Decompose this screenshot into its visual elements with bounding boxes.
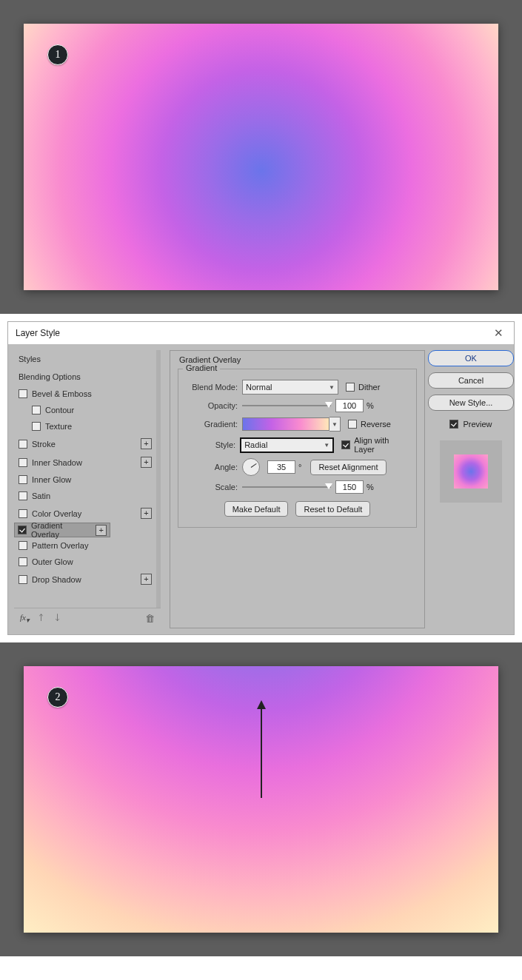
dialog-titlebar[interactable]: Layer Style ✕ <box>8 322 514 344</box>
ok-button[interactable]: OK <box>428 350 514 366</box>
preview-swatch <box>454 454 488 489</box>
fieldset-title: Gradient <box>183 363 220 372</box>
checkbox-icon[interactable] <box>19 475 27 484</box>
label-blend-mode: Blend Mode: <box>186 383 242 392</box>
checkbox-icon[interactable] <box>19 575 27 584</box>
sidebar-item-inner-glow[interactable]: Inner Glow <box>14 471 156 488</box>
label-opacity: Opacity: <box>186 401 242 410</box>
gradient-preview-2: 2 <box>24 666 498 933</box>
label-gradient: Gradient: <box>186 420 242 429</box>
gradient-preview-1: 1 <box>24 24 498 290</box>
sidebar-item-satin[interactable]: Satin <box>14 488 156 504</box>
effects-sidebar: Styles Blending Options Bevel & Emboss C… <box>14 350 161 628</box>
chevron-down-icon: ▼ <box>329 384 335 391</box>
checkbox-icon[interactable] <box>19 557 27 566</box>
sidebar-footer: fx▾ 🡑 🡓 🗑 <box>14 608 161 628</box>
align-checkbox[interactable]: Align with Layer <box>341 436 409 454</box>
checkbox-icon[interactable] <box>32 422 41 431</box>
checkbox-icon[interactable] <box>19 389 27 398</box>
dialog-actions: OK Cancel New Style... Preview <box>434 350 508 628</box>
reset-default-button[interactable]: Reset to Default <box>295 501 370 517</box>
sidebar-item-gradient-overlay[interactable]: Gradient Overlay+ <box>14 523 110 537</box>
gradient-swatch[interactable] <box>242 417 329 431</box>
chevron-down-icon: ▼ <box>332 421 338 428</box>
sidebar-item-inner-shadow[interactable]: Inner Shadow+ <box>14 453 156 471</box>
trash-icon[interactable]: 🗑 <box>145 613 155 624</box>
close-icon[interactable]: ✕ <box>491 326 506 340</box>
cancel-button[interactable]: Cancel <box>428 372 514 389</box>
opacity-slider[interactable] <box>242 400 331 411</box>
chevron-down-icon: ▼ <box>324 442 329 449</box>
checkbox-icon[interactable] <box>19 458 27 467</box>
gradient-dropdown[interactable]: ▼ <box>329 417 341 432</box>
reset-alignment-button[interactable]: Reset Alignment <box>310 460 386 475</box>
angle-value[interactable]: 35 <box>267 460 295 474</box>
scale-value[interactable]: 150 <box>335 480 364 494</box>
arrow-annotation <box>257 700 266 798</box>
sidebar-item-pattern-overlay[interactable]: Pattern Overlay <box>14 537 156 554</box>
plus-icon[interactable]: + <box>141 438 152 449</box>
sidebar-item-bevel[interactable]: Bevel & Emboss <box>14 386 156 402</box>
opacity-value[interactable]: 100 <box>335 399 364 412</box>
panel-2-frame: 2 <box>0 642 522 956</box>
fx-label[interactable]: fx▾ <box>20 613 30 624</box>
sidebar-item-stroke[interactable]: Stroke+ <box>14 434 156 453</box>
dither-checkbox[interactable]: Dither <box>346 383 380 392</box>
step-badge-2: 2 <box>47 687 68 708</box>
label-angle: Angle: <box>186 463 242 471</box>
angle-dial[interactable] <box>242 458 260 476</box>
arrow-up-icon[interactable]: 🡑 <box>37 613 46 623</box>
new-style-button[interactable]: New Style... <box>428 395 514 411</box>
sidebar-item-color-overlay[interactable]: Color Overlay+ <box>14 504 156 523</box>
layer-style-dialog: Layer Style ✕ Styles Blending Options Be… <box>7 321 515 635</box>
settings-panel: Gradient Overlay Gradient Blend Mode: No… <box>170 350 425 628</box>
sidebar-item-texture[interactable]: Texture <box>14 418 156 434</box>
checkbox-icon[interactable] <box>18 526 27 534</box>
sidebar-item-contour[interactable]: Contour <box>14 402 156 418</box>
label-scale: Scale: <box>186 483 242 491</box>
checkbox-icon[interactable] <box>19 541 27 550</box>
sidebar-item-blending[interactable]: Blending Options <box>14 368 156 386</box>
dialog-title: Layer Style <box>16 328 60 338</box>
panel-1-frame: 1 <box>0 0 522 314</box>
checkbox-icon[interactable] <box>19 440 27 449</box>
checkbox-icon[interactable] <box>19 509 27 518</box>
scale-slider[interactable] <box>242 482 331 492</box>
label-style: Style: <box>186 440 240 449</box>
checkbox-icon[interactable] <box>32 406 41 415</box>
arrow-down-icon[interactable]: 🡓 <box>53 613 62 623</box>
preview-box <box>440 440 502 503</box>
step-badge-1: 1 <box>47 44 68 65</box>
make-default-button[interactable]: Make Default <box>224 501 289 517</box>
sidebar-item-drop-shadow[interactable]: Drop Shadow+ <box>14 570 156 588</box>
plus-icon[interactable]: + <box>141 508 152 519</box>
preview-checkbox[interactable]: Preview <box>449 420 492 429</box>
plus-icon[interactable]: + <box>96 525 107 536</box>
sidebar-item-outer-glow[interactable]: Outer Glow <box>14 554 156 570</box>
plus-icon[interactable]: + <box>141 574 152 585</box>
blend-mode-select[interactable]: Normal▼ <box>242 380 338 395</box>
plus-icon[interactable]: + <box>141 457 152 468</box>
checkbox-icon[interactable] <box>19 491 27 500</box>
reverse-checkbox[interactable]: Reverse <box>348 420 391 429</box>
sidebar-item-styles[interactable]: Styles <box>14 350 156 368</box>
style-select[interactable]: Radial▼ <box>240 437 334 453</box>
